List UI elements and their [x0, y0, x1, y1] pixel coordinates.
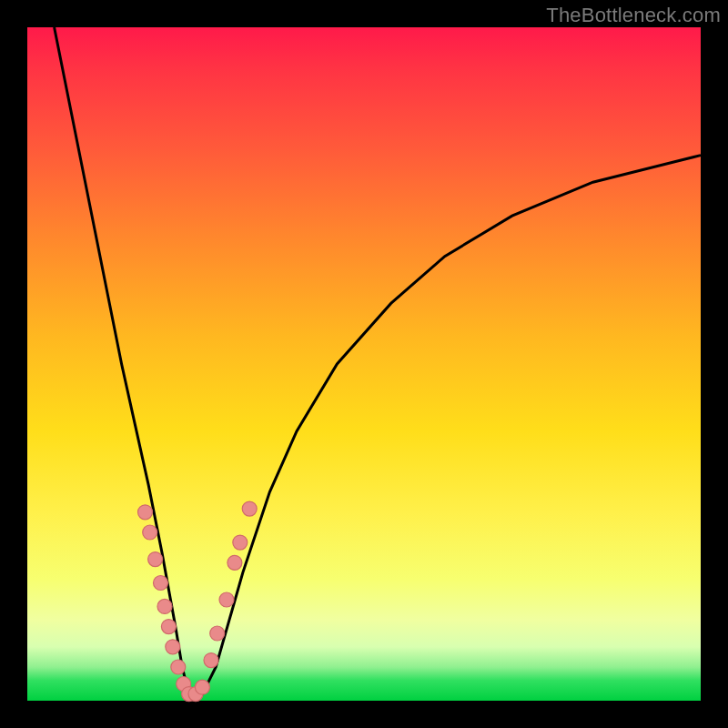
sample-dot — [204, 653, 218, 668]
sample-dot — [219, 592, 234, 607]
sample-dot — [233, 535, 248, 550]
sample-points — [138, 501, 258, 702]
sample-dot — [138, 505, 153, 520]
chart-svg — [27, 27, 701, 701]
sample-dot — [171, 660, 186, 674]
watermark-text: TheBottleneck.com — [546, 4, 721, 27]
sample-dot — [210, 626, 225, 641]
bottleneck-curve — [55, 27, 701, 697]
sample-dot — [228, 555, 242, 570]
sample-dot — [148, 552, 163, 567]
sample-dot — [166, 640, 180, 654]
sample-dot — [154, 576, 168, 591]
sample-dot — [157, 599, 172, 613]
sample-dot — [195, 680, 209, 694]
sample-dot — [143, 525, 157, 540]
sample-dot — [161, 620, 176, 634]
outer-frame: TheBottleneck.com — [0, 0, 728, 728]
sample-dot — [242, 501, 257, 516]
plot-area — [27, 27, 701, 701]
